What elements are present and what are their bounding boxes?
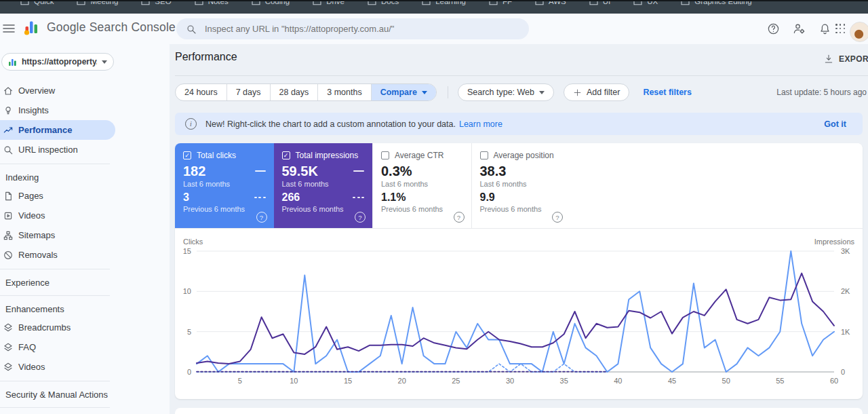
svg-text:45: 45 xyxy=(668,377,676,385)
bookmark-item[interactable]: Quick xyxy=(20,0,54,5)
sidebar-section-security: Security & Manual Actions xyxy=(0,385,170,403)
date-range-24-hours[interactable]: 24 hours xyxy=(176,84,226,100)
sidebar-item-url-inspection[interactable]: URL inspection xyxy=(0,140,115,159)
tile-total-clicks[interactable]: ✓ Total clicks 182 Last 6 months 3 Previ… xyxy=(175,143,274,228)
property-selector[interactable]: https://attoproperty.co... xyxy=(1,53,114,71)
next-card-partial xyxy=(175,408,863,414)
banner-text: New! Right-click the chart to add a cust… xyxy=(205,119,456,129)
metric-checkbox-checked[interactable]: ✓ xyxy=(282,151,290,159)
svg-text:3K: 3K xyxy=(841,247,850,255)
chevron-down-icon xyxy=(102,60,107,64)
divider xyxy=(0,269,110,269)
hamburger-menu-icon[interactable] xyxy=(3,24,16,33)
bookmark-item[interactable]: AWS xyxy=(535,0,566,5)
bookmark-item[interactable]: Meeting xyxy=(77,0,118,5)
sidebar-item-performance[interactable]: Performance xyxy=(0,120,115,140)
layers-icon xyxy=(3,362,14,373)
tile-average-ctr[interactable]: Average CTR 0.3% Last 6 months 1.1% Prev… xyxy=(372,143,471,228)
home-icon xyxy=(3,86,14,96)
bookmark-item[interactable]: Notes xyxy=(195,0,229,5)
sidebar-item-videos-enhancements[interactable]: Videos xyxy=(0,357,115,377)
bookmark-item[interactable]: Coding xyxy=(252,0,290,5)
url-inspect-input[interactable] xyxy=(203,23,505,35)
folder-icon xyxy=(535,0,544,5)
svg-text:20: 20 xyxy=(398,377,406,385)
help-icon[interactable] xyxy=(767,22,780,35)
svg-text:30: 30 xyxy=(506,377,514,385)
svg-text:15: 15 xyxy=(344,377,352,385)
date-range-28-days[interactable]: 28 days xyxy=(270,84,318,100)
help-icon[interactable] xyxy=(355,212,366,223)
sidebar-section-enhancements: Enhancements xyxy=(0,300,170,318)
plus-icon xyxy=(573,88,582,97)
sidebar-item-overview[interactable]: Overview xyxy=(0,81,115,100)
bookmark-item[interactable]: UX xyxy=(633,0,658,5)
folder-icon xyxy=(368,0,376,5)
svg-text:0: 0 xyxy=(841,368,845,376)
solid-line-legend-icon xyxy=(255,170,266,172)
sidebar-item-sitemaps[interactable]: Sitemaps xyxy=(0,225,115,245)
folder-icon xyxy=(77,0,85,5)
sidebar-item-breadcrumbs[interactable]: Breadcrumbs xyxy=(0,318,115,337)
divider xyxy=(0,407,110,408)
search-icon xyxy=(186,24,197,35)
help-icon[interactable] xyxy=(552,212,563,223)
add-filter-button[interactable]: Add filter xyxy=(564,83,629,101)
date-range-segmented-control: 24 hours 7 days 28 days 3 months Compare xyxy=(175,83,437,101)
url-inspect-search-box[interactable] xyxy=(176,18,529,39)
help-icon[interactable] xyxy=(256,212,267,223)
sidebar-section-experience: Experience xyxy=(0,274,170,291)
notifications-bell-icon[interactable] xyxy=(818,22,831,35)
bookmark-item[interactable]: Graphics Editing xyxy=(681,0,751,5)
bookmark-item[interactable]: Docs xyxy=(368,0,399,5)
google-apps-grid-icon[interactable] xyxy=(835,24,846,34)
date-range-3-months[interactable]: 3 months xyxy=(317,84,370,100)
avatar[interactable] xyxy=(850,22,868,42)
trending-up-icon xyxy=(3,125,14,136)
svg-text:60: 60 xyxy=(830,377,838,385)
filter-bar: 24 hours 7 days 28 days 3 months Compare… xyxy=(175,83,867,101)
svg-text:10: 10 xyxy=(290,377,298,385)
folder-icon xyxy=(589,0,598,5)
metric-checkbox-unchecked[interactable] xyxy=(381,151,389,159)
bookmark-item[interactable]: FF xyxy=(489,0,512,5)
sidebar-item-videos-indexing[interactable]: Videos xyxy=(0,206,115,225)
folder-icon xyxy=(489,0,498,5)
svg-text:5: 5 xyxy=(238,377,242,385)
bookmark-item[interactable]: Drive xyxy=(313,0,344,5)
account-settings-icon[interactable] xyxy=(793,22,806,35)
product-logo[interactable]: Google Search Console xyxy=(23,19,176,36)
performance-chart[interactable]: 0051K102K153K51015202530354045505560 xyxy=(175,234,863,396)
svg-text:10: 10 xyxy=(183,287,191,295)
sidebar-section-indexing: Indexing xyxy=(0,168,170,186)
search-type-filter[interactable]: Search type: Web xyxy=(458,83,554,101)
sidebar-item-insights[interactable]: Insights xyxy=(0,100,115,120)
metric-tiles: ✓ Total clicks 182 Last 6 months 3 Previ… xyxy=(175,143,863,229)
svg-text:2K: 2K xyxy=(841,287,850,295)
metric-checkbox-unchecked[interactable] xyxy=(480,151,488,159)
metric-checkbox-checked[interactable]: ✓ xyxy=(183,151,191,159)
folder-icon xyxy=(195,0,203,5)
sidebar-item-removals[interactable]: Removals xyxy=(0,245,115,265)
bookmark-item[interactable]: SEO xyxy=(141,0,171,5)
bookmark-item[interactable]: Learning xyxy=(422,0,466,5)
export-button[interactable]: EXPORT xyxy=(823,54,868,64)
svg-text:50: 50 xyxy=(722,377,730,385)
date-range-7-days[interactable]: 7 days xyxy=(226,84,270,100)
learn-more-link[interactable]: Learn more xyxy=(459,119,502,129)
layers-icon xyxy=(3,322,14,333)
help-icon[interactable] xyxy=(454,212,465,223)
sidebar-item-pages[interactable]: Pages xyxy=(0,186,115,206)
property-url: https://attoproperty.co... xyxy=(22,57,97,67)
bookmark-item[interactable]: UI xyxy=(589,0,611,5)
tile-average-position[interactable]: Average position 38.3 Last 6 months 9.9 … xyxy=(471,143,570,228)
folder-icon xyxy=(422,0,431,5)
sidebar-item-faq[interactable]: FAQ xyxy=(0,337,115,357)
search-console-logo-icon xyxy=(23,19,40,36)
browser-bookmarks-bar: QuickMeetingSEONotesCodingDriveDocsLearn… xyxy=(0,0,868,14)
product-name: Google Search Console xyxy=(47,20,176,35)
reset-filters-button[interactable]: Reset filters xyxy=(643,88,692,97)
tile-total-impressions[interactable]: ✓ Total impressions 59.5K Last 6 months … xyxy=(274,143,373,228)
got-it-button[interactable]: Got it xyxy=(824,119,846,129)
compare-button[interactable]: Compare xyxy=(371,84,436,100)
